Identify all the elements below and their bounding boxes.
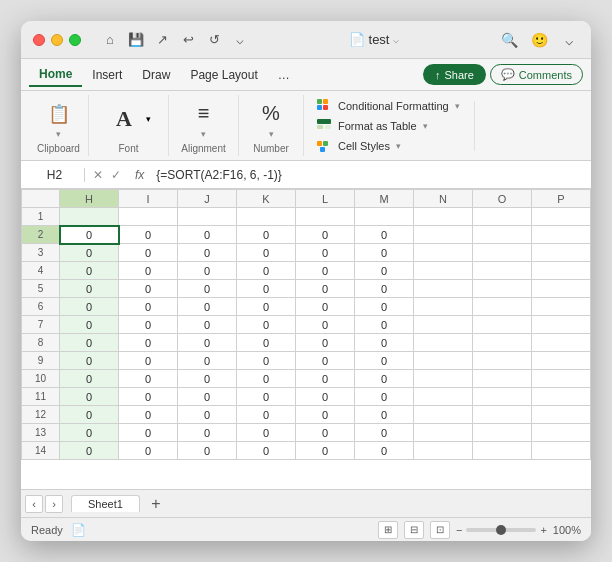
table-cell[interactable] [532,442,591,460]
zoom-out-icon[interactable]: − [456,524,462,536]
table-cell[interactable]: 0 [355,334,414,352]
table-cell[interactable]: 0 [60,442,119,460]
table-cell[interactable] [414,388,473,406]
table-cell[interactable]: 0 [237,388,296,406]
table-cell[interactable] [414,406,473,424]
table-cell[interactable]: 0 [119,316,178,334]
table-cell[interactable]: 0 [119,262,178,280]
table-cell[interactable]: 0 [119,406,178,424]
table-cell[interactable]: 0 [119,226,178,244]
table-cell[interactable] [473,334,532,352]
table-cell[interactable]: 0 [119,334,178,352]
table-cell[interactable] [532,316,591,334]
add-sheet-button[interactable]: + [146,494,166,514]
table-cell[interactable]: 0 [355,370,414,388]
minimize-button[interactable] [51,34,63,46]
table-cell[interactable]: 0 [355,226,414,244]
table-cell[interactable] [414,280,473,298]
table-cell[interactable]: 0 [296,280,355,298]
table-cell[interactable] [473,406,532,424]
number-button[interactable]: % ▾ [253,98,289,141]
table-cell[interactable]: 0 [119,244,178,262]
table-cell[interactable]: 0 [237,226,296,244]
page-break-view-button[interactable]: ⊡ [430,521,450,539]
table-cell[interactable]: 0 [237,352,296,370]
zoom-in-icon[interactable]: + [540,524,546,536]
table-cell[interactable]: 0 [119,370,178,388]
table-cell[interactable] [473,352,532,370]
table-cell[interactable] [473,388,532,406]
row-header[interactable]: 7 [22,316,60,334]
table-cell[interactable] [532,370,591,388]
table-cell[interactable] [473,370,532,388]
table-cell[interactable]: 0 [60,406,119,424]
row-header[interactable]: 12 [22,406,60,424]
format-as-table-item[interactable]: Format as Table ▾ [312,117,464,135]
table-cell[interactable]: 0 [178,226,237,244]
table-cell[interactable] [532,298,591,316]
table-cell[interactable]: 0 [60,352,119,370]
table-cell[interactable]: 0 [355,244,414,262]
table-cell[interactable]: 0 [60,334,119,352]
table-cell[interactable] [532,262,591,280]
table-cell[interactable]: 0 [355,298,414,316]
table-cell[interactable] [473,280,532,298]
table-cell[interactable] [60,208,119,226]
table-cell[interactable]: 0 [119,424,178,442]
table-cell[interactable]: 0 [119,442,178,460]
table-cell[interactable]: 0 [178,370,237,388]
table-cell[interactable]: 0 [119,280,178,298]
table-cell[interactable]: 0 [355,262,414,280]
table-cell[interactable]: 0 [119,388,178,406]
table-cell[interactable] [355,208,414,226]
table-cell[interactable]: 0 [60,370,119,388]
table-cell[interactable] [532,352,591,370]
search-icon[interactable]: 🔍 [499,30,519,50]
comments-button[interactable]: 💬 Comments [490,64,583,85]
table-cell[interactable] [414,370,473,388]
col-header-N[interactable]: N [414,190,473,208]
sheet-nav-prev[interactable]: ‹ [25,495,43,513]
table-cell[interactable]: 0 [296,352,355,370]
tab-page-layout[interactable]: Page Layout [180,64,267,86]
cell-reference[interactable] [25,168,85,182]
table-cell[interactable] [414,226,473,244]
table-cell[interactable]: 0 [237,406,296,424]
sheet-tab-sheet1[interactable]: Sheet1 [71,495,140,512]
table-cell[interactable] [473,244,532,262]
table-cell[interactable]: 0 [355,280,414,298]
table-cell[interactable]: 0 [60,388,119,406]
tab-overflow[interactable]: … [268,64,300,86]
close-button[interactable] [33,34,45,46]
table-cell[interactable]: 0 [296,442,355,460]
row-header[interactable]: 9 [22,352,60,370]
table-cell[interactable] [473,262,532,280]
table-cell[interactable]: 0 [178,334,237,352]
table-cell[interactable]: 0 [296,262,355,280]
table-cell[interactable]: 0 [237,244,296,262]
table-cell[interactable]: 0 [60,226,119,244]
table-cell[interactable]: 0 [119,352,178,370]
zoom-thumb[interactable] [496,525,506,535]
table-cell[interactable]: 0 [237,262,296,280]
formula-cancel[interactable]: ✕ [91,168,105,182]
font-dropdown-arrow[interactable]: ▾ [146,114,151,124]
table-cell[interactable] [414,424,473,442]
table-cell[interactable] [119,208,178,226]
col-header-P[interactable]: P [532,190,591,208]
table-cell[interactable]: 0 [296,370,355,388]
table-cell[interactable] [532,280,591,298]
table-cell[interactable]: 0 [119,298,178,316]
table-cell[interactable]: 0 [178,388,237,406]
table-cell[interactable] [532,424,591,442]
table-cell[interactable] [414,208,473,226]
table-cell[interactable]: 0 [296,316,355,334]
col-header-J[interactable]: J [178,190,237,208]
table-cell[interactable]: 0 [178,406,237,424]
table-cell[interactable] [473,298,532,316]
table-cell[interactable] [414,262,473,280]
table-cell[interactable]: 0 [296,244,355,262]
table-cell[interactable]: 0 [60,298,119,316]
table-cell[interactable]: 0 [178,262,237,280]
table-cell[interactable]: 0 [60,280,119,298]
